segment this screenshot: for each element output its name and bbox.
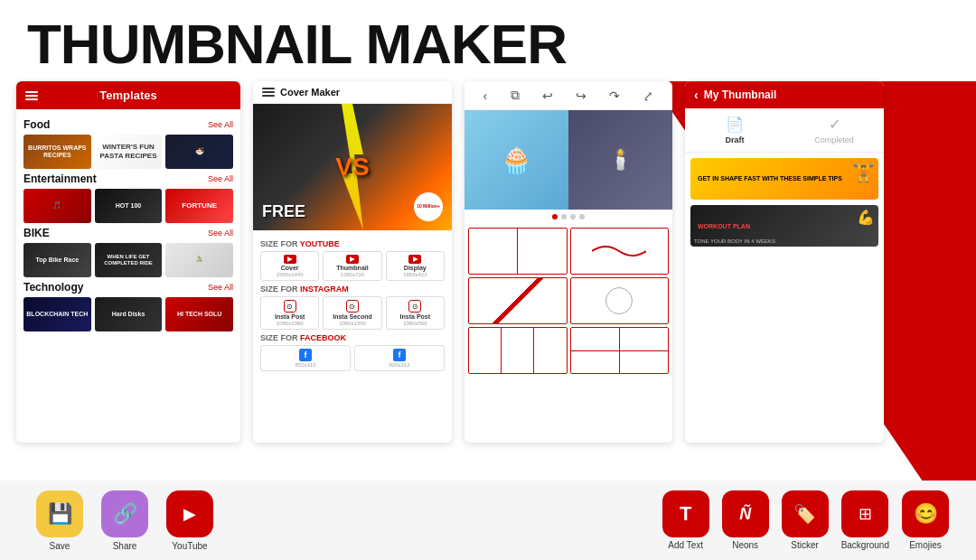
tech-see-all[interactable]: See All — [208, 283, 233, 292]
yt-thumb-dim: 1280x720 — [341, 272, 364, 277]
add-text-icon: T — [662, 490, 709, 537]
editor-image-2[interactable]: 🕯️ — [568, 110, 672, 210]
fb-option-1[interactable]: f 851x315 — [260, 345, 351, 371]
ig-post2-option[interactable]: ⊙ Insta Post 1080x566 — [386, 296, 445, 330]
ent-see-all[interactable]: See All — [208, 174, 233, 183]
background-button[interactable]: ⊞ Background — [841, 490, 889, 550]
yt-thumb-option[interactable]: ▶ Thumbnail 1280x720 — [323, 251, 381, 281]
cover-menu-icon[interactable] — [262, 88, 275, 97]
youtube-button[interactable]: ▶ YouTube — [166, 490, 213, 551]
templates-body: Food See All BURRITOS WRAPS RECIPES WINT… — [16, 109, 240, 341]
circle-shape — [605, 287, 633, 314]
export-icon[interactable]: ⤤ — [643, 89, 653, 103]
dot-1[interactable] — [552, 214, 558, 219]
neons-button[interactable]: Ñ Neons — [722, 490, 769, 550]
share-icon: 🔗 — [101, 490, 148, 537]
main-content: Templates Food See All BURRITOS WRAPS RE… — [0, 81, 976, 443]
menu-icon[interactable] — [25, 91, 38, 100]
cover-maker-image[interactable]: VS FREE 10 Million+ — [253, 104, 452, 230]
draft-tab[interactable]: 📄 Draft — [685, 108, 784, 152]
layers-icon[interactable]: ⧉ — [511, 88, 520, 103]
bike-img-2[interactable]: WHEN LIFE GET COMPLETED RIDE — [95, 243, 163, 277]
background-icon: ⊞ — [841, 490, 888, 537]
cover-maker-header: Cover Maker — [253, 81, 452, 104]
forward-icon[interactable]: ↷ — [609, 89, 620, 103]
add-text-label: Add Text — [668, 540, 703, 550]
food-img-2[interactable]: WINTER'S FUN PASTA RECIPES — [95, 135, 163, 169]
ig-icon-1: ⊙ — [284, 300, 296, 313]
emojies-label: Emojies — [909, 540, 942, 550]
bottom-bar: 💾 Save 🔗 Share ▶ YouTube T Add Text Ñ Ne… — [0, 481, 976, 560]
food-img-1[interactable]: BURRITOS WRAPS RECIPES — [23, 135, 91, 169]
layout-option-6[interactable] — [570, 327, 670, 374]
ig-post1-option[interactable]: ⊙ Insta Post 1080x1080 — [260, 296, 319, 330]
dot-2[interactable] — [561, 214, 567, 219]
layout-option-3[interactable] — [468, 277, 568, 324]
vs-text: VS — [335, 153, 369, 182]
yt-display-icon: ▶ — [408, 255, 421, 264]
editor-body: 🧁 🕯️ — [465, 110, 672, 378]
food-see-all[interactable]: See All — [208, 120, 233, 129]
share-button[interactable]: 🔗 Share — [101, 490, 148, 551]
yt-cover-option[interactable]: ▶ Cover 2560x1440 — [260, 251, 319, 281]
tech-img-3[interactable]: HI TECH SOLU — [165, 297, 233, 331]
undo-icon[interactable]: ↩ — [542, 89, 553, 103]
redo-icon[interactable]: ↪ — [576, 89, 587, 103]
save-icon: 💾 — [36, 490, 83, 537]
food-title: Food — [23, 118, 50, 131]
tech-title: Technology — [23, 281, 83, 294]
yt-thumb-label: Thumbnail — [336, 265, 368, 271]
editor-image-1[interactable]: 🧁 — [465, 110, 568, 210]
fb-option-2[interactable]: f 820x312 — [354, 345, 445, 371]
layout-option-1[interactable] — [468, 228, 568, 275]
ig-icon-3: ⊙ — [408, 300, 421, 313]
my-thumbnail-title: My Thumbnail — [704, 89, 777, 101]
ig-icon-2: ⊙ — [346, 300, 359, 313]
thumbnail-item-2[interactable]: WORKOUT PLAN 💪 TONE YOUR BODY IN 4 WEEKS — [690, 205, 878, 247]
ent-img-3[interactable]: FORTUNE — [165, 189, 233, 223]
yt-display-option[interactable]: ▶ Display 1855x423 — [386, 251, 445, 281]
ig-post2-label: Insta Post — [400, 313, 430, 320]
cover-maker-screen: Cover Maker VS FREE 10 Million+ SIZE FOR… — [253, 81, 452, 443]
facebook-size-title: SIZE FOR FACEBOOK — [260, 333, 445, 342]
emojies-button[interactable]: 😊 Emojies — [902, 490, 949, 550]
completed-tab[interactable]: ✓ Completed — [784, 108, 884, 152]
sticker-button[interactable]: 🏷️ Sticker — [782, 490, 829, 550]
ent-category-header: Entertainment See All — [23, 173, 233, 185]
editor-images: 🧁 🕯️ — [465, 110, 672, 210]
food-img-3[interactable]: 🍜 — [165, 135, 233, 169]
dot-3[interactable] — [570, 214, 576, 219]
layout-option-2[interactable] — [570, 228, 670, 275]
ent-img-2[interactable]: HOT 100 — [95, 189, 163, 223]
layout-option-5[interactable] — [468, 327, 568, 374]
completed-icon: ✓ — [829, 116, 840, 133]
save-button[interactable]: 💾 Save — [36, 490, 83, 551]
pagination-dots — [465, 210, 672, 224]
layout-option-4[interactable] — [570, 277, 670, 324]
bike-img-1[interactable]: Top Bike Race — [23, 243, 91, 277]
back-toolbar-icon[interactable]: ‹ — [483, 89, 488, 103]
ig-post1-dim: 1080x1080 — [277, 321, 304, 326]
back-icon[interactable]: ‹ — [694, 88, 699, 102]
bike-see-all[interactable]: See All — [208, 229, 233, 238]
ig-second-option[interactable]: ⊙ Insta Second 1080x1350 — [323, 296, 381, 330]
app-title: THUMBNAIL MAKER — [27, 16, 949, 72]
cover-maker-title: Cover Maker — [280, 87, 340, 98]
ent-img-1[interactable]: 🎵 — [23, 189, 91, 223]
dot-4[interactable] — [579, 214, 585, 219]
ent-title: Entertainment — [23, 173, 97, 185]
ig-post1-label: Insta Post — [275, 313, 305, 320]
my-thumbnail-header: ‹ My Thumbnail — [685, 81, 884, 108]
tech-img-2[interactable]: Hard Disks — [95, 297, 163, 331]
youtube-sizes: ▶ Cover 2560x1440 ▶ Thumbnail 1280x720 ▶… — [260, 251, 445, 281]
tech-images: BLOCKCHAIN TECH Hard Disks HI TECH SOLU — [23, 297, 233, 331]
fb-icon-1: f — [299, 349, 312, 361]
sticker-label: Sticker — [791, 540, 819, 550]
neons-icon: Ñ — [722, 490, 769, 537]
thumbnail-item-1[interactable]: GET IN SHAPE FAST WITH THESE SIMPLE TIPS… — [690, 158, 878, 200]
tech-img-1[interactable]: BLOCKCHAIN TECH — [23, 297, 91, 331]
sticker-icon: 🏷️ — [782, 490, 829, 537]
add-text-button[interactable]: T Add Text — [662, 490, 709, 550]
bike-category-header: BIKE See All — [23, 227, 233, 239]
bike-img-3[interactable]: 🚴 — [165, 243, 233, 277]
